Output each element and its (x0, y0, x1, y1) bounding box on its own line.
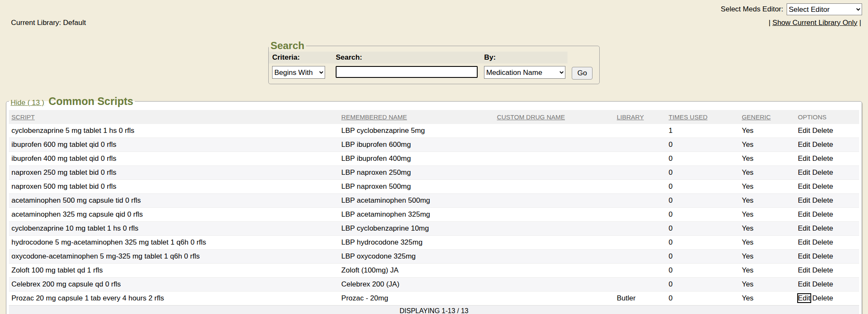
sort-link-generic[interactable]: GENERIC (742, 113, 771, 121)
cell-generic: Yes (739, 180, 795, 194)
cell-times-used: 0 (666, 222, 740, 236)
edit-link[interactable]: Edit (798, 252, 810, 260)
by-cell: Medication Name (481, 63, 568, 80)
cell-custom-drug-name (494, 194, 614, 208)
edit-link[interactable]: Edit (798, 224, 810, 232)
criteria-select[interactable]: Begins With (272, 66, 325, 79)
cell-times-used: 0 (666, 166, 740, 180)
cell-script: hydrocodone 5 mg-acetaminophen 325 mg ta… (9, 236, 339, 250)
cell-options: Edit Delete (796, 166, 859, 180)
common-scripts-title: Common Scripts (48, 95, 133, 107)
cell-custom-drug-name (494, 292, 614, 306)
edit-link[interactable]: Edit (798, 266, 810, 274)
sort-link-times-used[interactable]: TIMES USED (669, 113, 708, 121)
sort-link-script[interactable]: SCRIPT (11, 113, 35, 121)
sort-link-remembered-name[interactable]: REMEMBERED NAME (341, 113, 407, 121)
cell-script: Prozac 20 mg capsule 1 tab every 4 hours… (9, 292, 339, 306)
cell-script: naproxen 250 mg tablet bid 0 rfls (9, 166, 339, 180)
edit-link[interactable]: Edit (798, 168, 810, 176)
current-library-label: Current Library: Default (11, 19, 86, 27)
show-current-library-link[interactable]: Show Current Library Only (773, 19, 857, 27)
edit-link[interactable]: Edit (798, 196, 810, 204)
pipe-right: | (857, 19, 861, 27)
column-header-custom-drug-name: CUSTOM DRUG NAME (494, 110, 614, 124)
cell-remembered-name: LBP oxycodone 325mg (339, 250, 494, 264)
cell-generic: Yes (739, 236, 795, 250)
search-label: Search: (332, 52, 481, 63)
cell-options: Edit Delete (796, 152, 859, 166)
cell-library (614, 278, 666, 292)
table-footer: DISPLAYING 1-13 / 13 SHOW LIMIT (9, 306, 859, 314)
cell-script: Celebrex 200 mg capsule qd 0 rfls (9, 278, 339, 292)
delete-link[interactable]: Delete (812, 224, 833, 232)
by-select[interactable]: Medication Name (484, 66, 565, 79)
delete-link[interactable]: Delete (812, 238, 833, 246)
delete-link[interactable]: Delete (812, 127, 833, 135)
cell-script: ibuprofen 600 mg tablet qid 0 rfls (9, 138, 339, 152)
column-header-generic: GENERIC (739, 110, 795, 124)
cell-remembered-name: LBP cyclobenzaprine 10mg (339, 222, 494, 236)
delete-link[interactable]: Delete (812, 280, 833, 288)
cell-library (614, 208, 666, 222)
delete-link[interactable]: Delete (812, 266, 833, 274)
delete-link[interactable]: Delete (812, 196, 833, 204)
table-body: cyclobenzaprine 5 mg tablet 1 hs 0 rflsL… (9, 124, 859, 306)
table-row: cyclobenzaprine 10 mg tablet 1 hs 0 rfls… (9, 222, 859, 236)
cell-remembered-name: LBP acetaminophen 325mg (339, 208, 494, 222)
cell-custom-drug-name (494, 250, 614, 264)
cell-library (614, 152, 666, 166)
delete-link[interactable]: Delete (812, 182, 833, 190)
edit-link[interactable]: Edit (798, 127, 810, 135)
edit-link[interactable]: Edit (798, 154, 810, 163)
table-header-row: SCRIPTREMEMBERED NAMECUSTOM DRUG NAMELIB… (9, 110, 859, 124)
cell-generic: Yes (739, 152, 795, 166)
cell-generic: Yes (739, 264, 795, 278)
table-row: acetaminophen 325 mg capsule qid 0 rflsL… (9, 208, 859, 222)
edit-link[interactable]: Edit (798, 294, 810, 302)
table-row: oxycodone-acetaminophen 5 mg-325 mg tabl… (9, 250, 859, 264)
cell-times-used: 0 (666, 152, 740, 166)
cell-generic: Yes (739, 250, 795, 264)
cell-library (614, 236, 666, 250)
cell-remembered-name: Zoloft (100mg) JA (339, 264, 494, 278)
cell-remembered-name: Celebrex 200 (JA) (339, 278, 494, 292)
cell-script: acetaminophen 500 mg capsule tid 0 rfls (9, 194, 339, 208)
search-input[interactable] (336, 66, 478, 78)
table-row: naproxen 500 mg tablet bid 0 rflsLBP nap… (9, 180, 859, 194)
go-button[interactable]: Go (572, 67, 593, 80)
delete-link[interactable]: Delete (812, 210, 833, 218)
cell-library (614, 264, 666, 278)
hide-link[interactable]: Hide ( 13 ) (11, 99, 44, 107)
edit-link[interactable]: Edit (798, 210, 810, 218)
cell-script: oxycodone-acetaminophen 5 mg-325 mg tabl… (9, 250, 339, 264)
edit-link[interactable]: Edit (798, 238, 810, 246)
cell-remembered-name: LBP naproxen 500mg (339, 180, 494, 194)
cell-remembered-name: LBP naproxen 250mg (339, 166, 494, 180)
delete-link[interactable]: Delete (812, 168, 833, 176)
meds-editor-select[interactable]: Select Editor (787, 3, 862, 15)
delete-link[interactable]: Delete (812, 154, 833, 163)
sort-link-custom-drug-name[interactable]: CUSTOM DRUG NAME (497, 113, 565, 121)
delete-link[interactable]: Delete (812, 252, 833, 260)
cell-times-used: 0 (666, 194, 740, 208)
cell-custom-drug-name (494, 166, 614, 180)
table-row: ibuprofen 400 mg tablet qid 0 rflsLBP ib… (9, 152, 859, 166)
delete-link[interactable]: Delete (812, 294, 833, 302)
edit-link[interactable]: Edit (798, 140, 810, 149)
delete-link[interactable]: Delete (812, 140, 833, 149)
cell-remembered-name: Prozac - 20mg (339, 292, 494, 306)
go-label-spacer (568, 52, 596, 63)
common-scripts-table: SCRIPTREMEMBERED NAMECUSTOM DRUG NAMELIB… (9, 110, 859, 314)
cell-generic: Yes (739, 278, 795, 292)
edit-link[interactable]: Edit (798, 280, 810, 288)
sort-link-library[interactable]: LIBRARY (617, 113, 644, 121)
cell-library (614, 194, 666, 208)
table-row: Celebrex 200 mg capsule qd 0 rflsCelebre… (9, 278, 859, 292)
library-row: Current Library: Default | Show Current … (0, 19, 868, 27)
cell-script: naproxen 500 mg tablet bid 0 rfls (9, 180, 339, 194)
cell-options: Edit Delete (796, 278, 859, 292)
edit-link[interactable]: Edit (798, 182, 810, 190)
cell-custom-drug-name (494, 264, 614, 278)
criteria-cell: Begins With (269, 63, 332, 80)
pipe-left: | (768, 19, 772, 27)
